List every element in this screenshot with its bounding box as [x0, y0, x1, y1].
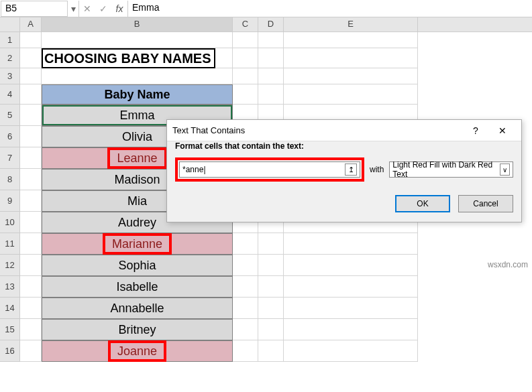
cell[interactable]	[258, 319, 284, 340]
cell-b11[interactable]: Marianne	[42, 233, 233, 255]
cell[interactable]	[284, 233, 418, 255]
row-header-4[interactable]: 4	[0, 84, 20, 105]
cell[interactable]	[20, 276, 42, 298]
cell[interactable]	[233, 68, 258, 84]
cell[interactable]	[20, 190, 42, 212]
cell[interactable]	[233, 233, 258, 255]
cell[interactable]	[284, 319, 418, 340]
col-header-a[interactable]: A	[20, 17, 42, 31]
cell[interactable]	[20, 84, 42, 105]
cell[interactable]	[20, 126, 42, 147]
cell[interactable]	[258, 298, 284, 319]
cell[interactable]	[233, 340, 258, 362]
row-header-14[interactable]: 14	[0, 298, 20, 319]
cell-b13[interactable]: Isabelle	[42, 276, 233, 298]
row-header-15[interactable]: 15	[0, 319, 20, 340]
cell[interactable]	[258, 84, 284, 105]
dialog-text-input[interactable]: *anne ↥	[179, 161, 360, 178]
cell[interactable]	[284, 340, 418, 362]
cell-b14[interactable]: Annabelle	[42, 298, 233, 319]
name-box[interactable]: B5	[1, 1, 68, 17]
cell[interactable]	[20, 68, 42, 84]
cell[interactable]	[233, 32, 258, 48]
ok-button[interactable]: OK	[395, 195, 450, 212]
dialog-help-icon[interactable]: ?	[462, 125, 489, 136]
cell[interactable]	[258, 68, 284, 84]
dialog-input-value: *anne	[182, 165, 206, 174]
row-header-3[interactable]: 3	[0, 68, 20, 84]
row-header-1[interactable]: 1	[0, 32, 20, 48]
row-header-8[interactable]: 8	[0, 169, 20, 190]
name-box-dropdown[interactable]: ▾	[68, 1, 79, 17]
cell[interactable]	[284, 276, 418, 298]
dialog-titlebar[interactable]: Text That Contains ? ✕	[167, 120, 521, 141]
cell[interactable]	[284, 298, 418, 319]
title-cell[interactable]: CHOOSING BABY NAMES	[42, 48, 215, 68]
cell[interactable]	[258, 255, 284, 276]
dialog-format-select[interactable]: Light Red Fill with Dark Red Text ∨	[389, 161, 513, 178]
chevron-down-icon[interactable]: ∨	[500, 164, 510, 176]
formula-cancel-icon[interactable]: ✕	[79, 1, 95, 17]
row-header-10[interactable]: 10	[0, 212, 20, 233]
row-header-2[interactable]: 2	[0, 48, 20, 68]
cell[interactable]	[233, 255, 258, 276]
col-header-c[interactable]: C	[233, 17, 258, 31]
cell[interactable]	[215, 48, 233, 68]
cell[interactable]	[20, 32, 42, 48]
cell[interactable]	[20, 233, 42, 255]
cell[interactable]	[284, 84, 418, 105]
formula-input[interactable]: Emma	[127, 1, 532, 17]
row-header-11[interactable]: 11	[0, 233, 20, 255]
range-ref-icon[interactable]: ↥	[345, 164, 357, 176]
fx-icon[interactable]: fx	[111, 1, 127, 17]
table-header-babyname[interactable]: Baby Name	[42, 84, 233, 105]
cell-b15[interactable]: Britney	[42, 319, 233, 340]
cell[interactable]	[20, 298, 42, 319]
formula-accept-icon[interactable]: ✓	[95, 1, 111, 17]
cell[interactable]	[284, 68, 418, 84]
row-header-7[interactable]: 7	[0, 147, 20, 169]
cell[interactable]	[20, 48, 42, 68]
cell[interactable]	[20, 147, 42, 169]
cell-b16[interactable]: Joanne	[42, 340, 233, 362]
cell[interactable]	[42, 68, 233, 84]
dialog-close-icon[interactable]: ✕	[489, 125, 516, 136]
highlight-box: Marianne	[103, 233, 172, 255]
cell[interactable]	[20, 255, 42, 276]
cell[interactable]	[20, 340, 42, 362]
cell[interactable]	[284, 48, 418, 68]
dialog-label: Format cells that contain the text:	[175, 141, 513, 151]
cell[interactable]	[233, 276, 258, 298]
dialog-with-label: with	[370, 165, 384, 174]
row-header-16[interactable]: 16	[0, 340, 20, 362]
cancel-button[interactable]: Cancel	[458, 195, 513, 212]
cell-b12[interactable]: Sophia	[42, 255, 233, 276]
cell[interactable]	[258, 48, 284, 68]
cell[interactable]	[42, 32, 233, 48]
cell[interactable]	[284, 32, 418, 48]
cell[interactable]	[258, 32, 284, 48]
highlight-box: Joanne	[108, 340, 166, 362]
col-header-e[interactable]: E	[284, 17, 418, 31]
col-header-d[interactable]: D	[258, 17, 284, 31]
cell[interactable]	[233, 298, 258, 319]
cell[interactable]	[233, 48, 258, 68]
cell[interactable]	[20, 319, 42, 340]
cell[interactable]	[258, 340, 284, 362]
cell[interactable]	[284, 255, 418, 276]
row-header-6[interactable]: 6	[0, 126, 20, 147]
cell[interactable]	[258, 233, 284, 255]
select-all-corner[interactable]	[0, 17, 20, 31]
cell[interactable]	[258, 276, 284, 298]
formula-bar: B5 ▾ ✕ ✓ fx Emma	[0, 0, 532, 17]
col-header-b[interactable]: B	[42, 17, 233, 31]
row-header-12[interactable]: 12	[0, 255, 20, 276]
cell[interactable]	[233, 319, 258, 340]
cell[interactable]	[20, 212, 42, 233]
cell[interactable]	[20, 169, 42, 190]
row-header-5[interactable]: 5	[0, 105, 20, 126]
cell[interactable]	[233, 84, 258, 105]
row-header-9[interactable]: 9	[0, 190, 20, 212]
row-header-13[interactable]: 13	[0, 276, 20, 298]
cell[interactable]	[20, 105, 42, 126]
